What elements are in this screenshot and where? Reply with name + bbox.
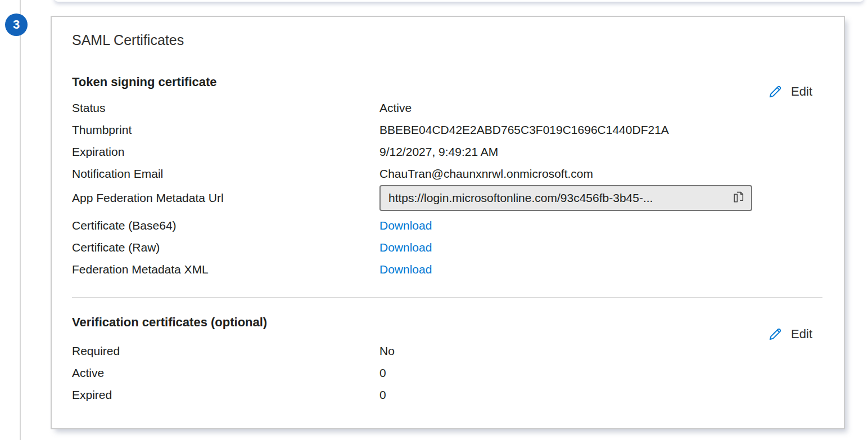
row-label: Certificate (Base64) bbox=[72, 219, 379, 232]
row-label: Active bbox=[72, 366, 379, 380]
thumbprint-row: Thumbprint BBEBE04CD42E2ABD765C3F019C169… bbox=[72, 119, 824, 141]
required-row: Required No bbox=[72, 340, 824, 362]
required-value: No bbox=[379, 344, 395, 358]
step-number-badge: 3 bbox=[5, 14, 28, 36]
certificate-raw-row: Certificate (Raw) Download bbox=[72, 236, 824, 258]
metadata-url-value: https://login.microsoftonline.com/93c456… bbox=[388, 191, 728, 205]
certificate-base64-row: Certificate (Base64) Download bbox=[72, 214, 824, 236]
edit-verification-certificates-button[interactable]: Edit bbox=[768, 326, 812, 342]
active-count-value: 0 bbox=[379, 366, 386, 380]
expiration-value: 9/12/2027, 9:49:21 AM bbox=[379, 145, 498, 159]
notification-email-value: ChauTran@chaunxnrwl.onmicrosoft.com bbox=[379, 167, 593, 181]
expiration-row: Expiration 9/12/2027, 9:49:21 AM bbox=[72, 141, 824, 163]
download-certificate-base64-link[interactable]: Download bbox=[379, 219, 432, 232]
status-value: Active bbox=[379, 101, 412, 115]
row-label: App Federation Metadata Url bbox=[72, 191, 379, 205]
verification-certificates-rows: Required No Active 0 Expired 0 bbox=[72, 340, 824, 406]
expired-count-row: Expired 0 bbox=[72, 384, 824, 406]
download-certificate-raw-link[interactable]: Download bbox=[379, 241, 432, 254]
app-federation-metadata-url-row: App Federation Metadata Url https://logi… bbox=[72, 185, 824, 212]
row-label: Required bbox=[72, 344, 379, 358]
row-label: Notification Email bbox=[72, 167, 379, 181]
federation-metadata-xml-row: Federation Metadata XML Download bbox=[72, 258, 824, 280]
download-federation-metadata-xml-link[interactable]: Download bbox=[379, 263, 432, 276]
app-federation-metadata-url-field[interactable]: https://login.microsoftonline.com/93c456… bbox=[379, 185, 752, 211]
active-count-row: Active 0 bbox=[72, 362, 824, 384]
expired-count-value: 0 bbox=[379, 388, 386, 402]
copy-url-button[interactable] bbox=[731, 190, 745, 206]
saml-certificates-card: SAML Certificates Token signing certific… bbox=[51, 16, 845, 429]
pencil-icon bbox=[768, 84, 783, 99]
row-label: Expired bbox=[72, 388, 379, 402]
step-connector-line bbox=[20, 0, 21, 440]
thumbprint-value: BBEBE04CD42E2ABD765C3F019C1696C1440DF21A bbox=[379, 123, 669, 137]
edit-token-signing-button[interactable]: Edit bbox=[768, 84, 812, 99]
token-signing-rows: Status Active Thumbprint BBEBE04CD42E2AB… bbox=[72, 97, 824, 280]
verification-certificates-heading: Verification certificates (optional) bbox=[72, 314, 824, 331]
previous-card-bottom-edge bbox=[55, 0, 864, 2]
row-label: Federation Metadata XML bbox=[72, 263, 379, 276]
pencil-icon bbox=[768, 326, 783, 342]
edit-button-label: Edit bbox=[791, 327, 812, 342]
row-label: Thumbprint bbox=[72, 123, 379, 137]
token-signing-heading: Token signing certificate bbox=[72, 74, 824, 91]
copy-icon bbox=[731, 190, 745, 206]
notification-email-row: Notification Email ChauTran@chaunxnrwl.o… bbox=[72, 163, 824, 185]
row-label: Certificate (Raw) bbox=[72, 241, 379, 254]
row-label: Status bbox=[72, 101, 379, 115]
edit-button-label: Edit bbox=[791, 84, 812, 99]
verification-certificates-section-header: Verification certificates (optional) Edi… bbox=[72, 314, 824, 331]
status-row: Status Active bbox=[72, 97, 824, 119]
token-signing-section-header: Token signing certificate Edit bbox=[72, 74, 824, 91]
card-title: SAML Certificates bbox=[72, 32, 824, 48]
section-divider bbox=[72, 297, 822, 298]
row-label: Expiration bbox=[72, 145, 379, 159]
